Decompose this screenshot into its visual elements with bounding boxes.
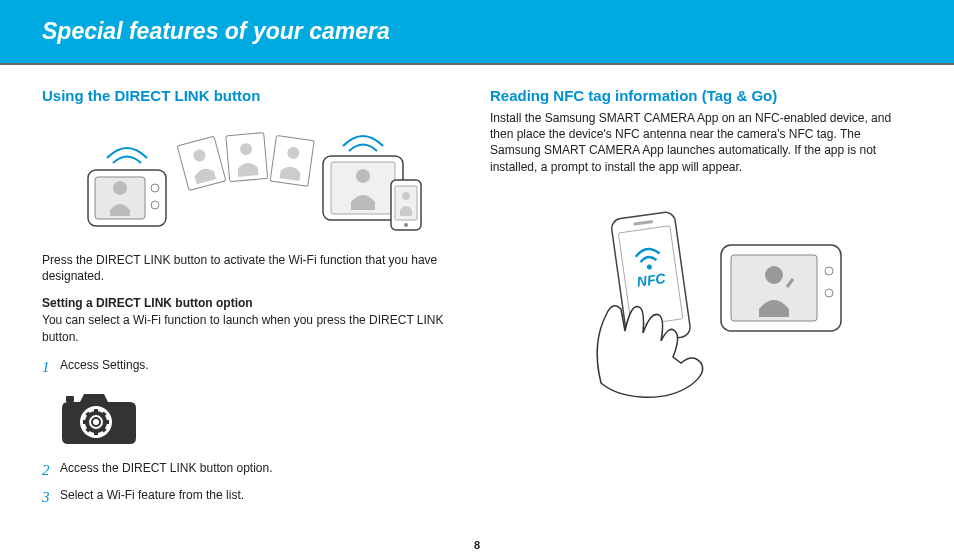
svg-point-30 xyxy=(93,419,99,425)
step-number: 1 xyxy=(42,357,60,378)
steps-list-cont: 2 Access the DIRECT LINK button option. … xyxy=(42,460,464,508)
step-text: Select a Wi-Fi feature from the list. xyxy=(60,487,244,504)
left-column: Using the DIRECT LINK button xyxy=(42,87,464,514)
step-number: 3 xyxy=(42,487,60,508)
right-column: Reading NFC tag information (Tag & Go) I… xyxy=(490,87,912,514)
steps-list: 1 Access Settings. xyxy=(42,357,464,378)
svg-point-4 xyxy=(113,181,127,195)
page-number: 8 xyxy=(0,539,954,551)
step-number: 2 xyxy=(42,460,60,481)
direct-link-option-description: You can select a Wi-Fi function to launc… xyxy=(42,312,464,344)
step-item: 1 Access Settings. xyxy=(42,357,464,378)
svg-point-16 xyxy=(404,223,408,227)
step-item: 2 Access the DIRECT LINK button option. xyxy=(42,460,464,481)
svg-point-35 xyxy=(765,266,783,284)
content-area: Using the DIRECT LINK button xyxy=(0,65,954,514)
nfc-illustration: NFC xyxy=(490,193,912,403)
svg-rect-18 xyxy=(66,396,74,402)
step-text: Access the DIRECT LINK button option. xyxy=(60,460,273,477)
section-heading-direct-link: Using the DIRECT LINK button xyxy=(42,87,464,104)
svg-point-17 xyxy=(402,192,410,200)
page-title: Special features of your camera xyxy=(42,18,390,45)
step-text: Access Settings. xyxy=(60,357,149,374)
camera-settings-icon xyxy=(42,384,464,460)
section-heading-nfc: Reading NFC tag information (Tag & Go) xyxy=(490,87,912,104)
direct-link-description: Press the DIRECT LINK button to activate… xyxy=(42,252,464,284)
direct-link-illustration xyxy=(42,110,464,238)
step-item: 3 Select a Wi-Fi feature from the list. xyxy=(42,487,464,508)
svg-point-13 xyxy=(356,169,370,183)
header-banner: Special features of your camera xyxy=(0,0,954,65)
direct-link-subheading: Setting a DIRECT LINK button option xyxy=(42,296,464,310)
nfc-description: Install the Samsung SMART CAMERA App on … xyxy=(490,110,912,175)
